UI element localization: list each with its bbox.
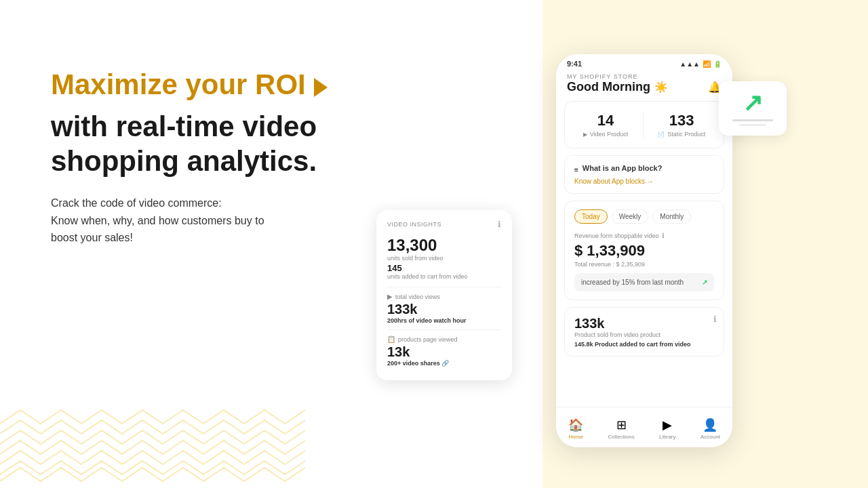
greeting-row: Good Morning ☀️ 🔔 (567, 80, 722, 94)
static-product-count: 133 (658, 112, 705, 129)
home-icon: 🏠 (568, 418, 583, 432)
product-cart-row: 145.8k Product added to cart from video (574, 341, 714, 348)
battery-icon: 🔋 (713, 60, 722, 68)
static-product-label: Static Product (667, 131, 705, 138)
arrow-accent (314, 78, 328, 97)
video-divider-1 (387, 287, 501, 287)
product-sold-number: 133k (574, 316, 714, 331)
video-views-label: ▶ total video views (387, 293, 501, 300)
phone-status-icons: ▲▲▲ 📶 🔋 (679, 60, 722, 68)
video-card-header: VIDEO INSIGHTS ℹ (387, 220, 501, 229)
revenue-card: Today Weekly Monthly Revenue form shoppa… (564, 201, 724, 300)
phone-mockup: 9:41 ▲▲▲ 📶 🔋 MY SHOPIFY STORE Good Morni… (556, 54, 732, 447)
video-views-number: 133k (387, 302, 501, 317)
account-icon: 👤 (703, 418, 717, 432)
stat-divider (643, 111, 644, 138)
video-product-stat: 14 ▶ Video Product (583, 112, 628, 138)
revenue-amount: $ 1,33,909 (574, 242, 714, 260)
video-units-number: 13,300 (387, 236, 501, 255)
video-product-label: Video Product (590, 131, 628, 138)
nav-home-label: Home (569, 434, 583, 440)
nav-account-label: Account (701, 434, 720, 440)
phone-status-bar: 9:41 ▲▲▲ 📶 🔋 (556, 54, 732, 70)
store-label: MY SHOPIFY STORE (567, 73, 722, 80)
tab-weekly[interactable]: Weekly (612, 209, 649, 224)
greeting-text: Good Morning (567, 80, 650, 94)
chart-line-2 (739, 124, 766, 126)
video-page-row: 📋 products page viewed 13k 200+ video sh… (387, 336, 501, 367)
nav-collections-label: Collections (608, 434, 635, 440)
trending-up-icon: ↗ (743, 91, 763, 115)
video-shares-label: 200+ video shares 🔗 (387, 360, 501, 367)
product-sold-label: Product sold from video product (574, 331, 714, 338)
video-insights-card: VIDEO INSIGHTS ℹ 13,300 units sold from … (376, 210, 512, 380)
video-views-row: ▶ total video views 133k 200hrs of video… (387, 293, 501, 324)
video-page-number: 13k (387, 344, 501, 360)
nav-library-label: Library (659, 434, 675, 440)
nav-library[interactable]: ▶ Library (659, 418, 675, 440)
info-circle-icon: ℹ (498, 220, 501, 229)
greeting-emoji: ☀️ (654, 81, 668, 94)
subtext: Crack the code of video commerce: Know w… (51, 195, 376, 247)
revenue-info-icon: ℹ (662, 232, 665, 239)
revenue-label: Revenue form shoppable video ℹ (574, 232, 714, 239)
page-wrapper: Maximize your ROI with real-time videosh… (0, 0, 868, 488)
tab-monthly[interactable]: Monthly (652, 209, 691, 224)
bottom-nav: 🏠 Home ⊞ Collections ▶ Library 👤 Account (556, 407, 732, 447)
static-product-stat: 133 📄 Static Product (658, 112, 705, 138)
library-icon: ▶ (663, 418, 672, 432)
stats-card: 14 ▶ Video Product 133 📄 Static Product (564, 101, 724, 148)
static-product-label-row: 📄 Static Product (658, 131, 705, 138)
video-product-count: 14 (583, 112, 628, 129)
chart-line-1 (732, 119, 773, 121)
video-product-label-row: ▶ Video Product (583, 131, 628, 138)
tab-today[interactable]: Today (574, 209, 608, 224)
increase-badge: increased by 15% from last month ↗ (574, 273, 714, 291)
trending-up-small-icon: ↗ (702, 279, 707, 286)
video-insights-label: VIDEO INSIGHTS (387, 221, 441, 228)
chart-icon-card: ↗ (719, 81, 787, 136)
video-watch-label: 200hrs of video watch hour (387, 317, 501, 324)
nav-home[interactable]: 🏠 Home (568, 418, 583, 440)
headline-orange: Maximize your ROI (51, 68, 306, 102)
phone-time: 9:41 (567, 60, 582, 68)
total-revenue-row: Total revenue : $ 2,35,909 (574, 261, 714, 268)
nav-collections[interactable]: ⊞ Collections (608, 418, 635, 440)
video-page-label: 📋 products page viewed (387, 336, 501, 343)
collections-icon: ⊞ (616, 418, 627, 432)
video-cart-label: units added to cart from video (387, 273, 501, 280)
signal-icon: ▲▲▲ (679, 60, 700, 68)
app-block-link[interactable]: Know about App blocks → (574, 178, 714, 185)
phone-header: MY SHOPIFY STORE Good Morning ☀️ 🔔 (556, 70, 732, 101)
product-stats-info-icon: ℹ (713, 314, 717, 324)
tab-row: Today Weekly Monthly (574, 209, 714, 224)
video-cart-number: 145 (387, 263, 501, 273)
video-divider-2 (387, 329, 501, 330)
app-block-title: What is an App block? (583, 164, 663, 172)
deco-lines (0, 366, 326, 488)
headline-black: with real-time videoshopping analytics. (51, 110, 376, 178)
product-stats-card: ℹ 133k Product sold from video product 1… (564, 307, 724, 357)
left-content: Maximize your ROI with real-time videosh… (51, 68, 376, 247)
app-block-card: ≡ What is an App block? Know about App b… (564, 155, 724, 194)
video-units-label: units sold from video (387, 255, 501, 262)
wifi-icon: 📶 (703, 60, 711, 68)
nav-account[interactable]: 👤 Account (701, 418, 720, 440)
